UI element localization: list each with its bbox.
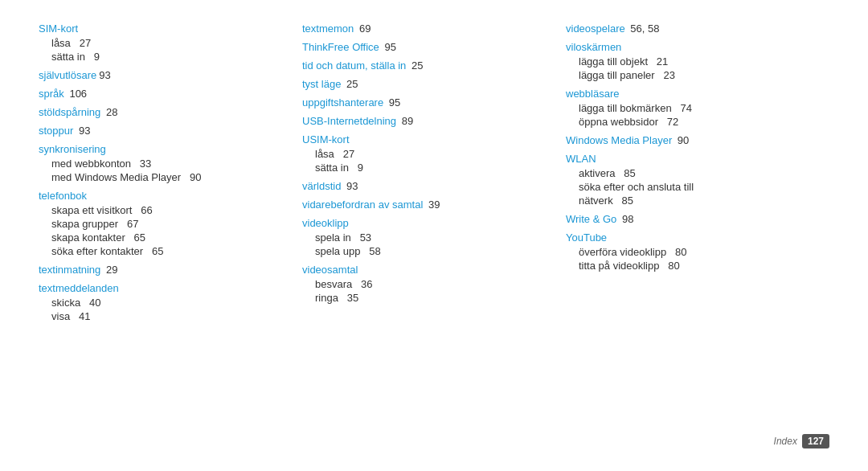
term-link[interactable]: ThinkFree Office bbox=[302, 41, 379, 53]
sub-item: överföra videoklipp 80 bbox=[579, 246, 813, 258]
term-windows-media-player: Windows Media Player 90 bbox=[566, 134, 813, 146]
term-youtube: YouTube överföra videoklipp 80 titta på … bbox=[566, 231, 813, 272]
term-link[interactable]: webbläsare bbox=[566, 88, 620, 100]
term-link[interactable]: telefonbok bbox=[39, 190, 87, 202]
index-columns: SIM-kort låsa 27 sätta in 9 självutlösar… bbox=[39, 23, 829, 428]
sub-item: spela in 53 bbox=[315, 231, 550, 244]
sub-item: sätta in 9 bbox=[51, 51, 286, 63]
sub-item: låsa 27 bbox=[315, 148, 550, 160]
term-link[interactable]: USIM-kort bbox=[302, 133, 350, 145]
term-sim-kort: SIM-kort låsa 27 sätta in 9 bbox=[39, 23, 286, 63]
footer-label: Index bbox=[774, 436, 797, 447]
term-tid-datum: tid och datum, ställa in 25 bbox=[302, 59, 550, 72]
term-sprak: språk 106 bbox=[39, 88, 286, 100]
sub-item: spela upp 58 bbox=[315, 245, 550, 257]
term-varldstid: världstid 93 bbox=[302, 180, 550, 192]
term-link[interactable]: tyst läge bbox=[302, 78, 341, 90]
term-videosamtal: videosamtal besvara 36 ringa 35 bbox=[302, 264, 550, 304]
term-number: 69 bbox=[356, 23, 371, 35]
term-link[interactable]: Windows Media Player bbox=[566, 134, 672, 146]
index-col-2: textmemon 69 ThinkFree Office 95 tid och… bbox=[302, 23, 566, 428]
term-link[interactable]: YouTube bbox=[566, 231, 607, 244]
sub-item: låsa 27 bbox=[51, 37, 286, 49]
term-number: 95 bbox=[386, 96, 400, 109]
sub-item: med Windows Media Player 90 bbox=[51, 171, 286, 183]
term-number: 56, 58 bbox=[628, 23, 660, 35]
term-vidarebefordran: vidarebefordran av samtal 39 bbox=[302, 199, 550, 211]
term-link[interactable]: självutlösare bbox=[39, 69, 96, 81]
term-textmemon: textmemon 69 bbox=[302, 23, 550, 35]
term-usb: USB-Internetdelning 89 bbox=[302, 115, 550, 127]
index-page: SIM-kort låsa 27 sätta in 9 självutlösar… bbox=[0, 0, 868, 471]
term-synkronisering: synkronisering med webbkonton 33 med Win… bbox=[39, 143, 286, 183]
term-write-go: Write & Go 98 bbox=[566, 213, 813, 225]
term-link[interactable]: Write & Go bbox=[566, 213, 616, 225]
term-link[interactable]: textmeddelanden bbox=[39, 282, 119, 294]
sub-item: titta på videoklipp 80 bbox=[579, 260, 813, 272]
term-link[interactable]: viloskärmen bbox=[566, 41, 621, 53]
sub-item: lägga till bokmärken 74 bbox=[579, 102, 813, 114]
term-textinmatning: textinmatning 29 bbox=[39, 264, 286, 276]
term-videospelare: videospelare 56, 58 bbox=[566, 23, 813, 35]
term-link[interactable]: textmemon bbox=[302, 23, 354, 35]
sub-item: öppna webbsidor 72 bbox=[579, 116, 813, 128]
sub-item: nätverk 85 bbox=[579, 195, 813, 207]
term-number: 98 bbox=[619, 213, 633, 225]
term-link[interactable]: synkronisering bbox=[39, 143, 106, 155]
term-sjalvutlosare: självutlösare93 bbox=[39, 69, 286, 81]
sub-item: söka efter och ansluta till bbox=[579, 181, 813, 193]
term-link[interactable]: WLAN bbox=[566, 153, 596, 165]
term-number: 93 bbox=[343, 180, 358, 192]
sub-item: sätta in 9 bbox=[315, 162, 550, 174]
term-wlan: WLAN aktivera 85 söka efter och ansluta … bbox=[566, 153, 813, 207]
sub-item: med webbkonton 33 bbox=[51, 158, 286, 170]
term-number: 39 bbox=[425, 199, 440, 211]
sub-item: söka efter kontakter 65 bbox=[51, 245, 286, 257]
term-link[interactable]: stoppur bbox=[39, 125, 73, 137]
term-number: 95 bbox=[382, 41, 396, 53]
term-number: 25 bbox=[343, 78, 358, 90]
term-link[interactable]: världstid bbox=[302, 180, 341, 192]
term-link[interactable]: tid och datum, ställa in bbox=[302, 59, 406, 72]
term-number: 89 bbox=[399, 115, 413, 127]
term-number: 90 bbox=[674, 134, 689, 146]
term-link[interactable]: videosamtal bbox=[302, 264, 358, 276]
index-col-3: videospelare 56, 58 viloskärmen lägga ti… bbox=[566, 23, 829, 428]
term-uppgiftshanterare: uppgiftshanterare 95 bbox=[302, 96, 550, 109]
term-telefonbok: telefonbok skapa ett visitkort 66 skapa … bbox=[39, 190, 286, 257]
term-link[interactable]: uppgiftshanterare bbox=[302, 96, 383, 109]
term-stoppur: stoppur 93 bbox=[39, 125, 286, 137]
footer-page-number: 127 bbox=[802, 434, 829, 448]
term-link[interactable]: vidarebefordran av samtal bbox=[302, 199, 423, 211]
term-tyst-lage: tyst läge 25 bbox=[302, 78, 550, 90]
term-viloskarmen: viloskärmen lägga till objekt 21 lägga t… bbox=[566, 41, 813, 81]
term-link[interactable]: USB-Internetdelning bbox=[302, 115, 396, 127]
sub-item: visa 41 bbox=[51, 310, 286, 322]
sub-item: lägga till objekt 21 bbox=[579, 55, 813, 68]
term-stoldspaning: stöldspårning 28 bbox=[39, 106, 286, 118]
term-link[interactable]: språk bbox=[39, 88, 64, 100]
term-number: 93 bbox=[76, 125, 90, 137]
term-webbläsare: webbläsare lägga till bokmärken 74 öppna… bbox=[566, 88, 813, 128]
term-videoklipp: videoklipp spela in 53 spela upp 58 bbox=[302, 217, 550, 257]
term-number: 29 bbox=[103, 264, 117, 276]
page-footer: Index 127 bbox=[39, 428, 829, 448]
term-number: 106 bbox=[67, 88, 87, 100]
term-link[interactable]: videoklipp bbox=[302, 217, 349, 229]
sub-item: skapa ett visitkort 66 bbox=[51, 204, 286, 216]
sub-item: lägga till paneler 23 bbox=[579, 69, 813, 81]
term-link[interactable]: stöldspårning bbox=[39, 106, 100, 118]
sub-item: skicka 40 bbox=[51, 297, 286, 309]
term-usim-kort: USIM-kort låsa 27 sätta in 9 bbox=[302, 133, 550, 174]
term-number: 25 bbox=[408, 59, 423, 72]
term-link[interactable]: textinmatning bbox=[39, 264, 100, 276]
sub-item: skapa kontakter 65 bbox=[51, 231, 286, 244]
term-link[interactable]: videospelare bbox=[566, 23, 625, 35]
index-col-1: SIM-kort låsa 27 sätta in 9 självutlösar… bbox=[39, 23, 302, 428]
term-number: 93 bbox=[99, 69, 110, 81]
term-thinkfree: ThinkFree Office 95 bbox=[302, 41, 550, 53]
sub-item: aktivera 85 bbox=[579, 167, 813, 179]
term-link[interactable]: SIM-kort bbox=[39, 23, 78, 35]
sub-item: skapa grupper 67 bbox=[51, 218, 286, 230]
term-textmeddelanden: textmeddelanden skicka 40 visa 41 bbox=[39, 282, 286, 322]
